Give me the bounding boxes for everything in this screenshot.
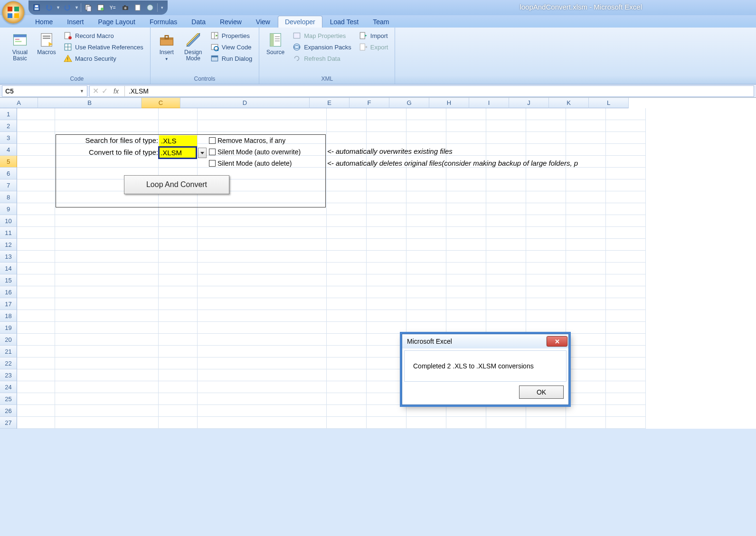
export-button[interactable]: Export (356, 42, 391, 52)
cell[interactable] (566, 179, 606, 191)
cell[interactable] (367, 369, 406, 381)
qat-btn-2[interactable] (95, 2, 106, 13)
cell[interactable] (327, 322, 367, 334)
cell[interactable] (159, 357, 198, 369)
cell[interactable] (198, 346, 327, 357)
cell[interactable] (367, 239, 406, 251)
import-button[interactable]: Import (356, 30, 391, 41)
cell[interactable] (367, 322, 406, 334)
row-header[interactable]: 2 (0, 120, 17, 132)
cell[interactable] (526, 227, 566, 239)
cell[interactable] (406, 132, 446, 144)
cell[interactable] (55, 215, 159, 227)
visual-basic-button[interactable]: Visual Basic (8, 29, 32, 75)
cell[interactable] (566, 310, 606, 322)
cell[interactable] (606, 405, 646, 417)
col-header[interactable]: I (469, 98, 509, 108)
macro-security-button[interactable]: !Macro Security (61, 53, 146, 64)
cell[interactable] (55, 298, 159, 310)
row-header[interactable]: 4 (0, 144, 17, 156)
cell[interactable] (406, 239, 446, 251)
cell[interactable] (17, 191, 55, 203)
cell[interactable] (198, 381, 327, 393)
row-header[interactable]: 22 (0, 357, 17, 369)
cell[interactable] (486, 179, 526, 191)
cell[interactable] (17, 322, 55, 334)
cell[interactable] (17, 168, 55, 179)
cell[interactable] (367, 334, 406, 346)
cell[interactable] (446, 310, 486, 322)
cell[interactable] (198, 369, 327, 381)
cell[interactable] (486, 417, 526, 429)
cell[interactable] (446, 191, 486, 203)
cell[interactable] (606, 191, 646, 203)
col-header[interactable]: F (350, 98, 389, 108)
cell[interactable] (367, 108, 406, 120)
cell[interactable] (17, 381, 55, 393)
cell[interactable] (327, 239, 367, 251)
cell[interactable] (486, 108, 526, 120)
cell[interactable] (526, 286, 566, 298)
cell[interactable] (486, 251, 526, 263)
cell[interactable] (55, 369, 159, 381)
cell[interactable] (55, 322, 159, 334)
cell[interactable] (406, 215, 446, 227)
cell[interactable] (446, 405, 486, 417)
row-header[interactable]: 13 (0, 251, 17, 263)
qat-customize-icon[interactable]: ▾ (160, 5, 165, 10)
cell[interactable] (159, 417, 198, 429)
cell[interactable] (486, 215, 526, 227)
redo-dropdown-icon[interactable]: ▼ (75, 5, 79, 10)
cell[interactable] (566, 108, 606, 120)
cell[interactable] (406, 298, 446, 310)
cell[interactable] (327, 120, 367, 132)
cell[interactable] (367, 286, 406, 298)
row-header[interactable]: 18 (0, 310, 17, 322)
cell[interactable] (17, 108, 55, 120)
cell[interactable] (17, 239, 55, 251)
cell[interactable] (327, 191, 367, 203)
row-header[interactable]: 12 (0, 239, 17, 251)
tab-review[interactable]: Review (213, 16, 248, 28)
cell[interactable] (17, 120, 55, 132)
cell[interactable] (566, 322, 606, 334)
cell[interactable] (198, 203, 327, 215)
new-doc-icon[interactable] (132, 2, 143, 13)
cell[interactable] (327, 417, 367, 429)
cell[interactable] (606, 215, 646, 227)
cell[interactable] (367, 274, 406, 286)
cell[interactable] (198, 274, 327, 286)
cell[interactable] (55, 156, 159, 168)
cell[interactable] (55, 381, 159, 393)
cell[interactable] (526, 120, 566, 132)
silent-overwrite-checkbox[interactable]: Silent Mode (auto overwrite) (209, 148, 301, 156)
row-header[interactable]: 15 (0, 274, 17, 286)
cell[interactable] (17, 144, 55, 156)
cell[interactable] (198, 393, 327, 405)
cell[interactable] (526, 298, 566, 310)
cell[interactable] (526, 191, 566, 203)
cell[interactable] (606, 168, 646, 179)
col-header[interactable]: H (429, 98, 469, 108)
cell[interactable] (198, 357, 327, 369)
cell[interactable] (486, 263, 526, 274)
cell[interactable] (198, 405, 327, 417)
dialog-titlebar[interactable]: Microsoft Excel ✕ (402, 334, 568, 348)
undo-dropdown-icon[interactable]: ▼ (56, 5, 60, 10)
cell[interactable] (367, 346, 406, 357)
row-header[interactable]: 10 (0, 215, 17, 227)
cell[interactable] (486, 203, 526, 215)
tab-formulas[interactable]: Formulas (143, 16, 184, 28)
cell[interactable] (55, 417, 159, 429)
cell[interactable] (327, 179, 367, 191)
row-header[interactable]: 1 (0, 108, 17, 120)
cell[interactable] (17, 417, 55, 429)
remove-macros-checkbox[interactable]: Remove Macros, if any (209, 137, 285, 144)
cell[interactable] (526, 310, 566, 322)
map-properties-button[interactable]: Map Properties (290, 30, 354, 41)
tab-view[interactable]: View (249, 16, 277, 28)
cell[interactable] (327, 381, 367, 393)
cell[interactable] (566, 298, 606, 310)
cell[interactable] (198, 215, 327, 227)
col-header[interactable]: C (142, 98, 180, 108)
